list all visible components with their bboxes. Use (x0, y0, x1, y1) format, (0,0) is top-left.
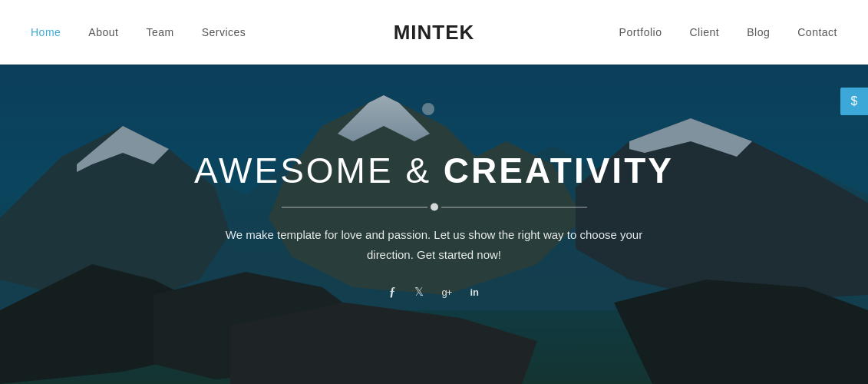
divider-line-right (441, 207, 587, 207)
sidebar-toggle-icon: $ (851, 94, 858, 108)
nav-right: Portfolio Client Blog Contact (619, 26, 837, 38)
hero-content: AWESOME & CREATIVITY We make template fo… (173, 150, 695, 300)
social-facebook[interactable]: ƒ (389, 284, 396, 300)
hero-social-links: ƒ 𝕏 g+ in (173, 284, 695, 300)
social-twitter[interactable]: 𝕏 (414, 285, 424, 299)
navbar: Home About Team Services MINTEK Portfoli… (0, 0, 868, 65)
hero-title: AWESOME & CREATIVITY (173, 150, 695, 191)
hero-subtitle: We make template for love and passion. L… (173, 225, 695, 264)
hero-title-light: AWESOME & (194, 151, 444, 190)
nav-portfolio[interactable]: Portfolio (619, 26, 662, 38)
nav-client[interactable]: Client (689, 26, 719, 38)
nav-about[interactable]: About (88, 26, 118, 38)
divider-dot (431, 204, 438, 211)
hero-section: $ AWESOME & CREATIVITY We make template … (0, 65, 868, 384)
hero-divider (173, 204, 695, 211)
divider-line-left (282, 207, 427, 207)
nav-home[interactable]: Home (31, 26, 61, 38)
nav-blog[interactable]: Blog (747, 26, 770, 38)
nav-left: Home About Team Services (31, 26, 246, 38)
logo-bold: TEK (432, 21, 474, 44)
site-logo[interactable]: MINTEK (394, 21, 475, 45)
sidebar-toggle-button[interactable]: $ (840, 88, 868, 115)
nav-team[interactable]: Team (146, 26, 173, 38)
nav-contact[interactable]: Contact (797, 26, 837, 38)
social-googleplus[interactable]: g+ (442, 286, 452, 297)
hero-title-bold: CREATIVITY (444, 151, 674, 190)
social-linkedin[interactable]: in (470, 286, 479, 297)
logo-light: MIN (394, 21, 433, 44)
nav-services[interactable]: Services (202, 26, 246, 38)
